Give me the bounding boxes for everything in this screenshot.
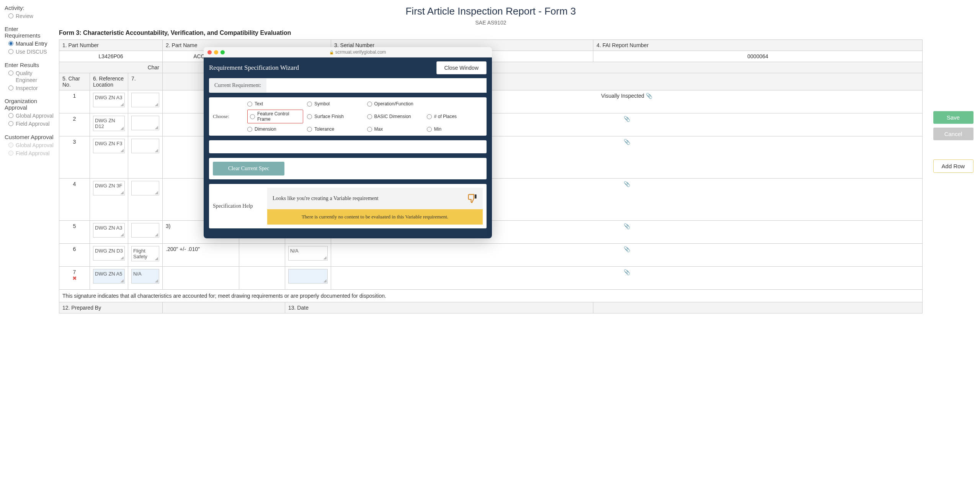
add-row-button[interactable]: Add Row [933,159,973,173]
thumbs-down-icon [467,193,477,204]
radio-use-discus[interactable]: Use DISCUS [8,48,54,55]
lock-icon: 🔒 [329,50,334,54]
th-date: 13. Date [285,302,593,313]
th-col7: 7. [128,73,163,90]
svg-rect-0 [475,195,477,199]
radio-inspector[interactable]: Inspector [8,85,54,92]
table-row: 6DWG ZN D3Flight Safety.200" +/- .010"N/… [59,244,923,267]
wizard-modal: 🔒 scrmuat.verifyglobal.com Requirement S… [204,47,492,238]
page-title: First Article Inspection Report - Form 3 [59,5,923,17]
col7-input[interactable] [131,116,159,130]
delete-row-icon[interactable]: ✖ [72,275,77,281]
cust-approval-label: Customer Approval [5,134,54,140]
mac-zoom-icon[interactable] [220,50,225,54]
ref-location-input[interactable]: DWG ZN A5 [93,269,125,284]
radio-cust-field[interactable]: Field Approval [8,150,54,157]
opt-operation[interactable]: Operation/Function [367,101,423,107]
th-ref-loc: 6. Reference Location [90,73,128,90]
table-row: 7✖DWG ZN A5N/A 📎 [59,267,923,290]
current-req-value [266,78,487,93]
ref-location-input[interactable]: DWG ZN F3 [93,139,125,153]
col7-input[interactable] [131,93,159,107]
save-button[interactable]: Save [933,111,973,124]
attachment-icon[interactable]: 📎 [624,269,630,275]
action-bar: Save Cancel Add Row [926,0,980,317]
attachment-icon[interactable]: 📎 [624,116,630,122]
char-no: 4 [59,179,90,221]
opt-symbol[interactable]: Symbol [307,101,363,107]
attachment-icon[interactable]: 📎 [624,246,630,252]
page-subtitle: SAE AS9102 [59,20,923,26]
url-bar: 🔒 scrmuat.verifyglobal.com [227,49,488,55]
char-no: 3 [59,136,90,179]
radio-manual-entry[interactable]: Manual Entry [8,40,54,47]
opt-tolerance[interactable]: Tolerance [307,126,363,132]
mac-minimize-icon[interactable] [214,50,218,54]
attachment-icon[interactable]: 📎 [624,181,630,187]
val-fai: 0000064 [593,51,923,62]
col7-input[interactable]: Flight Safety [131,246,159,261]
enter-results-label: Enter Results [5,62,54,68]
opt-dimension[interactable]: Dimension [247,126,303,132]
close-window-button[interactable]: Close Window [436,61,487,74]
th-part-number: 1. Part Number [59,40,163,51]
opt-basic-dimension[interactable]: BASIC Dimension [367,110,423,123]
col10-input[interactable] [288,269,328,284]
char-no: 6 [59,244,90,267]
col7-input[interactable] [131,181,159,195]
char-no: 2 [59,113,90,136]
col10-input[interactable]: N/A [288,246,328,261]
main-content: First Article Inspection Report - Form 3… [57,0,926,317]
ref-location-input[interactable]: DWG ZN A3 [93,223,125,238]
choose-label: Choose: [213,113,240,120]
cancel-button[interactable]: Cancel [933,128,973,140]
col7-input[interactable] [131,139,159,153]
activity-label: Activity: [5,5,54,11]
radio-quality-engineer[interactable]: Quality Engineer [8,70,54,84]
help-message: Looks like you're creating a Variable re… [273,195,379,202]
char-no: 7✖ [59,267,90,290]
char-no: 5 [59,221,90,244]
col9-cell [239,267,285,290]
clear-spec-button[interactable]: Clear Current Spec [213,162,284,176]
modal-scrollbar[interactable] [489,59,492,238]
spec-help-label: Specification Help [213,188,263,225]
radio-org-global[interactable]: Global Approval [8,112,54,119]
th-prepared-by: 12. Prepared By [59,302,163,313]
opt-places[interactable]: # of Places [427,110,483,123]
sidebar: Activity: Review Enter Requirements Manu… [0,0,57,317]
col7-input[interactable] [131,223,159,238]
mac-close-icon[interactable] [207,50,212,54]
form-label: Form 3: Characteristic Accountability, V… [59,30,923,36]
mac-titlebar: 🔒 scrmuat.verifyglobal.com [204,47,492,57]
attachment-icon[interactable]: 📎 [646,93,652,99]
opt-min[interactable]: Min [427,126,483,132]
opt-max[interactable]: Max [367,126,423,132]
enter-req-label: Enter Requirements [5,26,54,39]
col9-cell [239,244,285,267]
ref-location-input[interactable]: DWG ZN D12 [93,116,125,131]
ref-location-input[interactable]: DWG ZN 3F [93,181,125,195]
comment-cell: 📎 [331,244,923,267]
radio-cust-global[interactable]: Global Approval [8,142,54,149]
th-fai: 4. FAI Report Number [593,40,923,51]
col7-input[interactable]: N/A [131,269,159,284]
attachment-icon[interactable]: 📎 [624,223,630,229]
attachment-icon[interactable]: 📎 [624,139,630,145]
radio-org-field[interactable]: Field Approval [8,120,54,127]
th-char-no: 5. Char No. [59,73,90,90]
current-req-label: Current Requirement: [209,79,266,92]
opt-surface-finish[interactable]: Surface Finish [307,110,363,123]
col8-cell: .200" +/- .010" [163,244,239,267]
col8-cell [163,267,239,290]
opt-feature-control-frame[interactable]: Feature Control Frame [247,110,303,123]
comment-cell: 📎 [331,267,923,290]
ref-location-input[interactable]: DWG ZN A3 [93,93,125,107]
th-char-section: Char [59,62,163,73]
radio-review[interactable]: Review [8,13,54,20]
ref-location-input[interactable]: DWG ZN D3 [93,246,125,261]
help-warning: There is currently no content to be eval… [267,209,483,225]
char-no: 1 [59,90,90,113]
opt-text[interactable]: Text [247,101,303,107]
spec-input-area[interactable] [209,140,487,153]
